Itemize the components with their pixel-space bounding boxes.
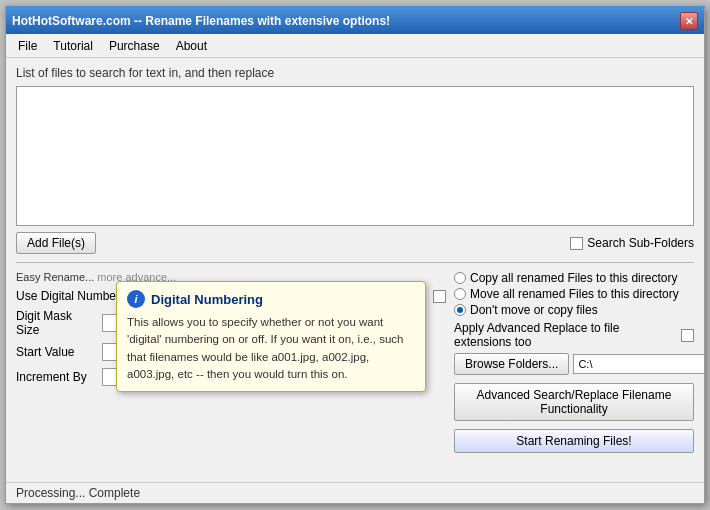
dont-move-row: Don't move or copy files bbox=[454, 303, 694, 317]
status-text: Processing... Complete bbox=[16, 486, 140, 500]
digit-mask-label: Digit Mask Size bbox=[16, 309, 96, 337]
menu-bar: File Tutorial Purchase About bbox=[6, 34, 704, 58]
close-button[interactable]: ✕ bbox=[680, 12, 698, 30]
add-files-button[interactable]: Add File(s) bbox=[16, 232, 96, 254]
advanced-search-button[interactable]: Advanced Search/Replace Filename Functio… bbox=[454, 383, 694, 421]
search-subfolders-row: Search Sub-Folders bbox=[570, 236, 694, 250]
dont-move-label: Don't move or copy files bbox=[470, 303, 598, 317]
add-files-row: Add File(s) Search Sub-Folders bbox=[16, 232, 694, 254]
status-bar: Processing... Complete bbox=[6, 482, 704, 503]
search-subfolders-label: Search Sub-Folders bbox=[587, 236, 694, 250]
apply-advanced-checkbox[interactable] bbox=[681, 329, 694, 342]
path-input[interactable] bbox=[573, 354, 704, 374]
left-panel: Easy Rename... more advance... Use Digit… bbox=[16, 271, 446, 474]
browse-row: Browse Folders... bbox=[454, 353, 694, 375]
tooltip-title-text: Digital Numbering bbox=[151, 292, 263, 307]
file-list-label: List of files to search for text in, and… bbox=[16, 66, 694, 80]
move-options-group: Copy all renamed Files to this directory… bbox=[454, 271, 694, 317]
menu-file[interactable]: File bbox=[10, 37, 45, 55]
info-icon: i bbox=[127, 290, 145, 308]
menu-tutorial[interactable]: Tutorial bbox=[45, 37, 101, 55]
title-bar: HotHotSoftware.com -- Rename Filenames w… bbox=[6, 8, 704, 34]
content-area: List of files to search for text in, and… bbox=[6, 58, 704, 482]
dont-move-radio[interactable] bbox=[454, 304, 466, 316]
main-grid: Easy Rename... more advance... Use Digit… bbox=[16, 271, 694, 474]
window-title: HotHotSoftware.com -- Rename Filenames w… bbox=[12, 14, 390, 28]
digital-numbering-checkbox[interactable] bbox=[433, 290, 446, 303]
browse-folders-button[interactable]: Browse Folders... bbox=[454, 353, 569, 375]
copy-dir-radio[interactable] bbox=[454, 272, 466, 284]
menu-about[interactable]: About bbox=[168, 37, 215, 55]
copy-dir-label: Copy all renamed Files to this directory bbox=[470, 271, 677, 285]
main-window: HotHotSoftware.com -- Rename Filenames w… bbox=[5, 6, 705, 504]
tooltip-overlay: i Digital Numbering This allows you to s… bbox=[116, 281, 426, 392]
file-list-box[interactable] bbox=[16, 86, 694, 226]
start-value-label: Start Value bbox=[16, 345, 96, 359]
separator-1 bbox=[16, 262, 694, 263]
tooltip-body: This allows you to specify whether or no… bbox=[127, 314, 415, 383]
copy-dir-row: Copy all renamed Files to this directory bbox=[454, 271, 694, 285]
start-renaming-button[interactable]: Start Renaming Files! bbox=[454, 429, 694, 453]
move-dir-row: Move all renamed Files to this directory bbox=[454, 287, 694, 301]
increment-label: Increment By bbox=[16, 370, 96, 384]
move-dir-label: Move all renamed Files to this directory bbox=[470, 287, 679, 301]
title-bar-buttons: ✕ bbox=[680, 12, 698, 30]
search-subfolders-checkbox[interactable] bbox=[570, 237, 583, 250]
right-panel: Copy all renamed Files to this directory… bbox=[454, 271, 694, 474]
apply-advanced-row: Apply Advanced Replace to file extension… bbox=[454, 321, 694, 349]
apply-advanced-label: Apply Advanced Replace to file extension… bbox=[454, 321, 675, 349]
move-dir-radio[interactable] bbox=[454, 288, 466, 300]
menu-purchase[interactable]: Purchase bbox=[101, 37, 168, 55]
tooltip-title-row: i Digital Numbering bbox=[127, 290, 415, 308]
